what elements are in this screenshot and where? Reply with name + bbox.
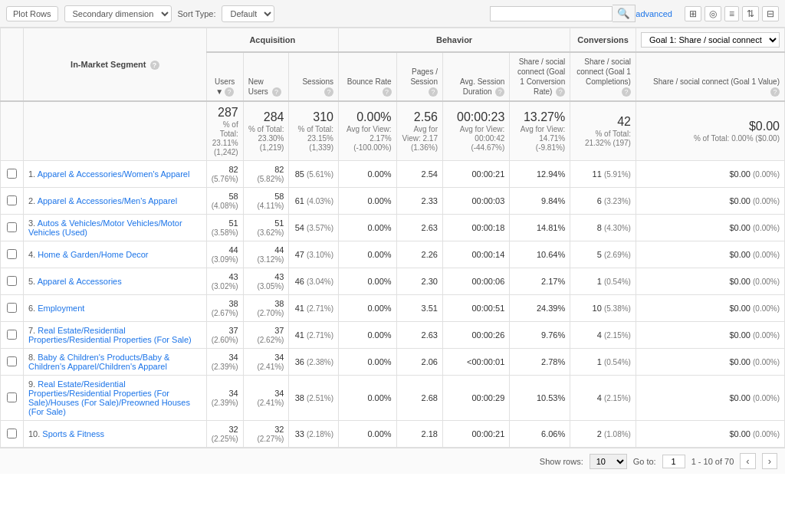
row-checkbox[interactable] xyxy=(7,249,17,259)
goal-value-help-icon[interactable]: ? xyxy=(770,87,780,97)
pages-session-cell: 2.63 xyxy=(396,215,442,241)
avg-session-help-icon[interactable]: ? xyxy=(495,87,504,97)
row-number: 9. xyxy=(28,379,35,389)
row-checkbox[interactable] xyxy=(7,356,17,366)
completions-cell: 8 (4.30%) xyxy=(570,215,636,241)
pages-session-cell: 3.51 xyxy=(396,295,442,322)
row-number: 4. xyxy=(28,250,35,259)
row-checkbox[interactable] xyxy=(7,169,17,179)
table-row: 6. Employment 38 (2.67%) 38 (2.70%) 41 (… xyxy=(1,295,785,322)
pages-session-cell: 2.18 xyxy=(396,421,442,448)
segment-link[interactable]: Autos & Vehicles/Motor Vehicles/Motor Ve… xyxy=(28,218,182,237)
users-cell: 82 (5.76%) xyxy=(206,161,243,188)
grid-view-button[interactable]: ⊞ xyxy=(685,6,701,21)
bounce-rate-cell: 0.00% xyxy=(338,215,396,241)
goal-value-cell: $0.00 (0.00%) xyxy=(636,349,784,376)
acquisition-group-header: Acquisition xyxy=(206,28,338,53)
users-help-icon[interactable]: ? xyxy=(225,87,234,97)
bounce-rate-help-icon[interactable]: ? xyxy=(383,87,392,97)
table-row: 8. Baby & Children's Products/Baby & Chi… xyxy=(1,349,785,376)
row-checkbox[interactable] xyxy=(7,195,17,205)
goal-select[interactable]: Goal 1: Share / social connect xyxy=(641,32,780,48)
sessions-help-icon[interactable]: ? xyxy=(324,87,333,97)
row-checkbox[interactable] xyxy=(7,429,17,438)
segment-link[interactable]: Sports & Fitness xyxy=(42,429,104,438)
pivot-view-button[interactable]: ⊟ xyxy=(762,6,779,21)
new-users-help-icon[interactable]: ? xyxy=(272,87,281,97)
row-checkbox[interactable] xyxy=(7,222,17,232)
show-rows-label: Show rows: xyxy=(540,457,583,466)
conversion-rate-cell: 10.64% xyxy=(510,241,570,268)
search-button[interactable]: 🔍 xyxy=(613,5,636,22)
table-row: 4. Home & Garden/Home Decor 44 (3.09%) 4… xyxy=(1,241,785,268)
users-cell: 51 (3.58%) xyxy=(206,215,243,241)
segment-link[interactable]: Employment xyxy=(38,304,84,313)
pages-session-cell: 2.26 xyxy=(396,241,442,268)
conversion-rate-cell: 10.53% xyxy=(510,376,570,421)
sort-type-label: Sort Type: xyxy=(178,9,216,18)
goal-value-cell: $0.00 (0.00%) xyxy=(636,188,784,215)
segment-link[interactable]: Home & Garden/Home Decor xyxy=(38,250,148,259)
new-users-col-header: New Users ? xyxy=(243,52,289,101)
bounce-rate-cell: 0.00% xyxy=(338,421,396,448)
pie-view-button[interactable]: ◎ xyxy=(705,6,721,21)
table-row: 3. Autos & Vehicles/Motor Vehicles/Motor… xyxy=(1,215,785,241)
row-number: 10. xyxy=(28,429,40,438)
segment-link[interactable]: Apparel & Accessories xyxy=(38,277,122,286)
table-row: 7. Real Estate/Residential Properties/Re… xyxy=(1,322,785,349)
completions-col-header: Share / social connect (Goal 1 Completio… xyxy=(570,52,636,101)
bounce-rate-cell: 0.00% xyxy=(338,349,396,376)
goal-value-cell: $0.00 (0.00%) xyxy=(636,421,784,448)
sessions-cell: 41 (2.71%) xyxy=(289,322,339,349)
row-checkbox[interactable] xyxy=(7,392,17,402)
secondary-dimension-select[interactable]: Secondary dimension xyxy=(64,5,172,22)
segment-help-icon[interactable]: ? xyxy=(150,61,159,70)
goal-value-cell: $0.00 (0.00%) xyxy=(636,215,784,241)
search-input[interactable] xyxy=(490,6,613,21)
completions-cell: 4 (2.15%) xyxy=(570,376,636,421)
completions-cell: 4 (2.15%) xyxy=(570,322,636,349)
next-page-button[interactable]: › xyxy=(762,453,777,469)
pages-session-help-icon[interactable]: ? xyxy=(429,87,438,97)
avg-session-cell: 00:00:26 xyxy=(442,322,509,349)
segment-link[interactable]: Real Estate/Residential Properties/Resid… xyxy=(28,326,192,344)
totals-row: 287 % of Total: 23.11% (1,242) 284 % of … xyxy=(1,101,785,161)
table-row: 10. Sports & Fitness 32 (2.25%) 32 (2.27… xyxy=(1,421,785,448)
segment-link[interactable]: Apparel & Accessories/Women's Apparel xyxy=(38,169,190,179)
users-cell: 32 (2.25%) xyxy=(206,421,243,448)
goal-value-cell: $0.00 (0.00%) xyxy=(636,376,784,421)
table-row: 2. Apparel & Accessories/Men's Apparel 5… xyxy=(1,188,785,215)
show-rows-select[interactable]: 10 25 50 100 xyxy=(590,454,627,469)
go-to-input[interactable] xyxy=(662,455,685,468)
bounce-rate-cell: 0.00% xyxy=(338,161,396,188)
goal-value-cell: $0.00 (0.00%) xyxy=(636,241,784,268)
segment-link[interactable]: Apparel & Accessories/Men's Apparel xyxy=(38,196,177,205)
behavior-group-header: Behavior xyxy=(338,28,570,53)
avg-session-col-header: Avg. SessionDuration ? xyxy=(442,52,509,101)
conv-rate-help-icon[interactable]: ? xyxy=(556,87,565,97)
completions-cell: 11 (5.91%) xyxy=(570,161,636,188)
segment-link[interactable]: Real Estate/Residential Properties/Resid… xyxy=(28,379,190,416)
segment-link[interactable]: Baby & Children's Products/Baby & Childr… xyxy=(28,353,169,371)
row-checkbox[interactable] xyxy=(7,330,17,340)
advanced-link[interactable]: advanced xyxy=(636,9,672,18)
pagination-label: 1 - 10 of 70 xyxy=(691,457,734,466)
list-view-button[interactable]: ≡ xyxy=(724,6,739,21)
row-checkbox[interactable] xyxy=(7,276,17,286)
compare-view-button[interactable]: ⇅ xyxy=(742,6,759,21)
row-checkbox[interactable] xyxy=(7,303,17,313)
pages-session-cell: 2.33 xyxy=(396,188,442,215)
sort-type-select[interactable]: Default xyxy=(222,5,274,22)
goal-value-cell: $0.00 (0.00%) xyxy=(636,322,784,349)
prev-page-button[interactable]: ‹ xyxy=(740,453,755,469)
sessions-cell: 47 (3.10%) xyxy=(289,241,339,268)
pages-session-cell: 2.54 xyxy=(396,161,442,188)
sessions-cell: 46 (3.04%) xyxy=(289,268,339,295)
completions-help-icon[interactable]: ? xyxy=(622,87,631,97)
plot-rows-button[interactable]: Plot Rows xyxy=(6,6,58,21)
conversions-group-header: Conversions xyxy=(570,28,636,53)
bounce-rate-cell: 0.00% xyxy=(338,241,396,268)
table-row: 9. Real Estate/Residential Properties/Re… xyxy=(1,376,785,421)
table-row: 5. Apparel & Accessories 43 (3.02%) 43 (… xyxy=(1,268,785,295)
row-number: 1. xyxy=(28,169,35,179)
